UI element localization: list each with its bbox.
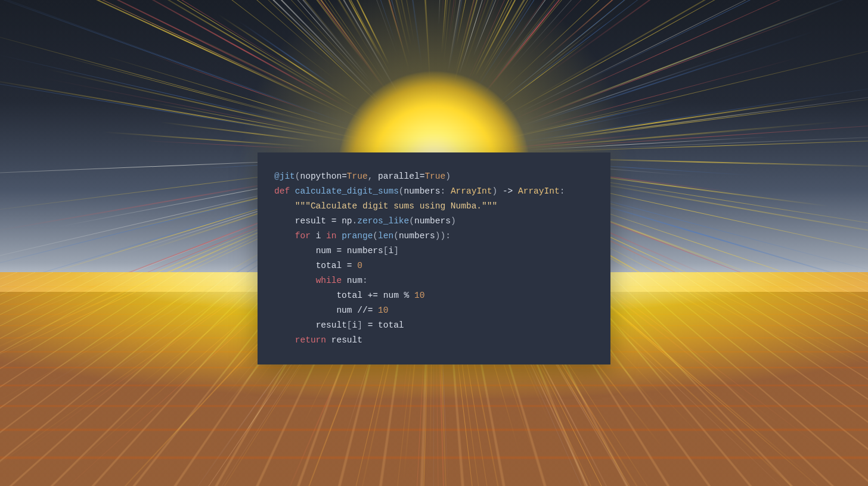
idx: i [352, 320, 358, 330]
var: num [336, 306, 357, 315]
var: result [331, 335, 362, 345]
bracket-close: ] [357, 320, 367, 330]
call: prange [342, 231, 373, 241]
func-name: calculate_digit_sums [295, 186, 399, 196]
var: num [316, 246, 337, 256]
equals: = [331, 216, 342, 226]
var: num [383, 291, 404, 300]
indent [274, 291, 336, 300]
module: np [342, 216, 352, 226]
paren-close: ) [451, 216, 456, 226]
num: 0 [357, 261, 362, 270]
colon: : [440, 186, 450, 196]
bracket-open: [ [347, 320, 352, 330]
paren-close: ) [492, 186, 503, 196]
var: i [316, 231, 326, 241]
equals: = [347, 261, 357, 270]
var: total [316, 261, 347, 270]
indent [274, 276, 316, 285]
scene-root: @jit(nopython=True, parallel=True) def c… [0, 0, 868, 486]
bracket-close: ] [393, 246, 399, 256]
num: 10 [414, 291, 424, 300]
docstring: """Calculate digit sums using Numba.""" [295, 201, 497, 211]
cond: num [347, 276, 362, 285]
decorator-at: @ [274, 172, 280, 181]
op-pluseq: += [368, 291, 383, 300]
decorator-name: jit [280, 172, 295, 181]
code-block: @jit(nopython=True, parallel=True) def c… [274, 169, 594, 348]
var: result [316, 320, 347, 330]
kw-def: def [274, 186, 295, 196]
indent [274, 216, 295, 226]
arg: numbers [399, 231, 435, 241]
type-ann: ArrayInt [451, 186, 492, 196]
colon: : [362, 276, 368, 285]
equals: = [368, 320, 378, 330]
var: total [378, 320, 404, 330]
equals: = [336, 246, 346, 256]
kw-while: while [316, 276, 347, 285]
arg: numbers [414, 216, 451, 226]
const-true: True [424, 172, 445, 181]
call: len [378, 231, 393, 241]
indent [274, 306, 336, 315]
paren-open: ( [373, 231, 378, 241]
var: numbers [347, 246, 383, 256]
paren-close: ) [435, 231, 441, 241]
indent [274, 246, 316, 256]
indent [274, 231, 295, 241]
op-mod: % [404, 291, 414, 300]
const-true: True [347, 172, 368, 181]
kw-for: for [295, 231, 316, 241]
op-floordiv-eq: //= [357, 306, 378, 315]
arrow: -> [503, 186, 518, 196]
indent [274, 261, 316, 270]
comma: , [368, 172, 378, 181]
indent [274, 201, 295, 211]
indent [274, 335, 295, 345]
paren-open: ( [409, 216, 414, 226]
paren-open: ( [399, 186, 404, 196]
equals: = [342, 172, 347, 181]
kwarg-name: nopython [300, 172, 342, 181]
ret-type: ArrayInt [518, 186, 560, 196]
kw-in: in [326, 231, 342, 241]
call: zeros_like [357, 216, 409, 226]
kwarg-name: parallel [378, 172, 420, 181]
paren-close: ): [441, 231, 451, 241]
paren-open: ( [295, 172, 300, 181]
kw-return: return [295, 335, 331, 345]
code-snippet-card: @jit(nopython=True, parallel=True) def c… [258, 152, 610, 364]
colon: : [560, 186, 565, 196]
paren-close: ) [445, 172, 451, 181]
dot: . [352, 216, 358, 226]
indent [274, 320, 316, 330]
param: numbers [404, 186, 441, 196]
paren-open: ( [393, 231, 399, 241]
num: 10 [378, 306, 388, 315]
idx: i [388, 246, 393, 256]
var: result [295, 216, 331, 226]
var: total [336, 291, 367, 300]
